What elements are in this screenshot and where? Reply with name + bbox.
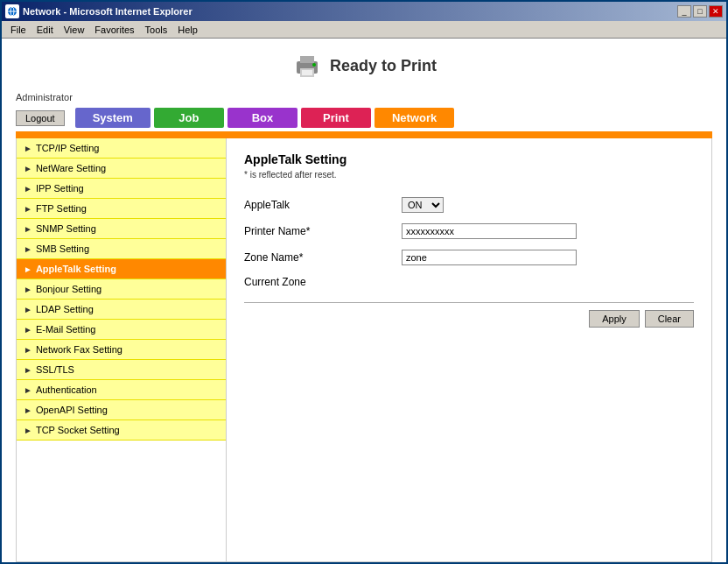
sidebar-label-snmp: SNMP Setting — [36, 223, 96, 234]
arrow-icon: ► — [24, 426, 32, 435]
sidebar-item-tcp-socket[interactable]: ► TCP Socket Setting — [17, 420, 226, 441]
close-button[interactable]: ✕ — [709, 5, 723, 18]
sidebar-item-netware[interactable]: ► NetWare Setting — [17, 159, 226, 179]
control-appletalk: ON OFF — [402, 197, 444, 213]
sidebar-label-bonjour: Bonjour Setting — [36, 284, 102, 294]
label-appletalk: AppleTalk — [244, 199, 402, 211]
sidebar-item-openapi[interactable]: ► OpenAPI Setting — [17, 400, 226, 420]
control-printer-name — [402, 223, 577, 239]
arrow-icon: ► — [24, 345, 32, 355]
input-printer-name[interactable] — [402, 223, 577, 239]
panel-subtitle: * is reflected after reset. — [244, 170, 694, 180]
form-row-printer-name: Printer Name* — [244, 223, 694, 239]
action-divider — [244, 302, 694, 303]
label-current-zone: Current Zone — [244, 276, 402, 288]
title-bar-left: Network - Microsoft Internet Explorer — [5, 4, 192, 18]
svg-rect-4 — [300, 56, 314, 63]
sidebar-item-tcp-ip[interactable]: ► TCP/IP Setting — [17, 138, 226, 159]
sidebar-item-authentication[interactable]: ► Authentication — [17, 380, 226, 400]
sidebar-item-bonjour[interactable]: ► Bonjour Setting — [17, 279, 226, 300]
sidebar-label-openapi: OpenAPI Setting — [36, 405, 108, 415]
sidebar-label-ftp: FTP Setting — [36, 203, 87, 214]
tab-system[interactable]: System — [75, 108, 150, 128]
menu-bar: File Edit View Favorites Tools Help — [2, 21, 726, 39]
minimize-button[interactable]: _ — [677, 5, 691, 18]
select-appletalk[interactable]: ON OFF — [402, 197, 444, 213]
sidebar-label-email: E-Mail Setting — [36, 324, 95, 335]
logout-button[interactable]: Logout — [16, 110, 65, 126]
apply-button[interactable]: Apply — [589, 310, 640, 328]
label-zone-name: Zone Name* — [244, 251, 402, 264]
menu-favorites[interactable]: Favorites — [89, 23, 139, 37]
panel-title: AppleTalk Setting — [244, 152, 694, 166]
sidebar-label-tcp-ip: TCP/IP Setting — [36, 143, 100, 153]
nav-tabs: Logout System Job Box Print Network — [2, 104, 726, 131]
sidebar-item-appletalk[interactable]: ► AppleTalk Setting — [17, 259, 226, 279]
arrow-icon: ► — [24, 285, 32, 294]
sidebar-label-ldap: LDAP Setting — [36, 304, 94, 314]
form-row-zone-name: Zone Name* — [244, 250, 694, 265]
arrow-icon: ► — [24, 164, 32, 173]
restore-button[interactable]: □ — [693, 5, 707, 18]
sidebar-item-ldap[interactable]: ► LDAP Setting — [17, 300, 226, 320]
sidebar-item-smb[interactable]: ► SMB Setting — [17, 239, 226, 259]
main-layout: ► TCP/IP Setting ► NetWare Setting ► IPP… — [16, 138, 712, 562]
arrow-icon: ► — [24, 224, 32, 234]
sidebar-label-ssl-tls: SSL/TLS — [36, 364, 74, 375]
page-title: Ready to Print — [330, 57, 437, 75]
arrow-icon: ► — [24, 385, 32, 395]
arrow-icon: ► — [24, 325, 32, 335]
sidebar-label-appletalk: AppleTalk Setting — [36, 264, 116, 274]
title-bar: Network - Microsoft Internet Explorer _ … — [2, 2, 726, 21]
svg-rect-6 — [302, 70, 312, 75]
arrow-icon: ► — [24, 204, 32, 214]
form-row-appletalk: AppleTalk ON OFF — [244, 197, 694, 213]
sidebar-item-network-fax[interactable]: ► Network Fax Setting — [17, 340, 226, 360]
sidebar-label-ipp: IPP Setting — [36, 183, 84, 194]
arrow-icon: ► — [24, 365, 32, 375]
label-printer-name: Printer Name* — [244, 225, 402, 237]
sidebar-label-authentication: Authentication — [36, 384, 97, 395]
arrow-icon: ► — [24, 305, 32, 314]
tab-box[interactable]: Box — [228, 108, 298, 128]
svg-point-7 — [312, 63, 316, 67]
sidebar-item-snmp[interactable]: ► SNMP Setting — [17, 219, 226, 239]
page-header: Ready to Print — [2, 39, 726, 90]
sidebar-label-netware: NetWare Setting — [36, 163, 106, 173]
sidebar-label-tcp-socket: TCP Socket Setting — [36, 425, 120, 435]
menu-view[interactable]: View — [59, 23, 90, 37]
action-buttons: Apply Clear — [244, 310, 694, 328]
tab-network[interactable]: Network — [374, 108, 454, 128]
form-row-current-zone: Current Zone — [244, 276, 694, 288]
clear-button[interactable]: Clear — [645, 310, 694, 328]
sidebar-label-network-fax: Network Fax Setting — [36, 344, 122, 355]
content-panel: AppleTalk Setting * is reflected after r… — [227, 138, 711, 561]
sidebar-item-ssl-tls[interactable]: ► SSL/TLS — [17, 360, 226, 380]
window-title: Network - Microsoft Internet Explorer — [23, 6, 192, 17]
main-window: Network - Microsoft Internet Explorer _ … — [0, 0, 728, 564]
arrow-icon: ► — [24, 144, 32, 153]
menu-file[interactable]: File — [5, 23, 32, 37]
menu-tools[interactable]: Tools — [140, 23, 173, 37]
orange-divider — [16, 131, 712, 138]
sidebar-item-email[interactable]: ► E-Mail Setting — [17, 320, 226, 340]
sidebar-item-ftp[interactable]: ► FTP Setting — [17, 199, 226, 219]
tab-print[interactable]: Print — [301, 108, 371, 128]
content-area: Ready to Print Administrator Logout Syst… — [2, 39, 726, 562]
sidebar: ► TCP/IP Setting ► NetWare Setting ► IPP… — [17, 138, 227, 561]
menu-help[interactable]: Help — [172, 23, 203, 37]
ie-icon — [5, 4, 19, 18]
arrow-icon: ► — [24, 405, 32, 415]
title-bar-controls: _ □ ✕ — [677, 5, 723, 18]
control-zone-name — [402, 250, 577, 265]
tab-job[interactable]: Job — [154, 108, 224, 128]
sidebar-item-ipp[interactable]: ► IPP Setting — [17, 179, 226, 199]
menu-edit[interactable]: Edit — [32, 23, 59, 37]
arrow-icon: ► — [24, 244, 32, 254]
browser-inner: Ready to Print Administrator Logout Syst… — [2, 39, 726, 562]
admin-label: Administrator — [2, 90, 726, 104]
arrow-icon: ► — [24, 184, 32, 194]
printer-icon — [291, 49, 323, 83]
input-zone-name[interactable] — [402, 250, 577, 265]
sidebar-label-smb: SMB Setting — [36, 243, 89, 254]
